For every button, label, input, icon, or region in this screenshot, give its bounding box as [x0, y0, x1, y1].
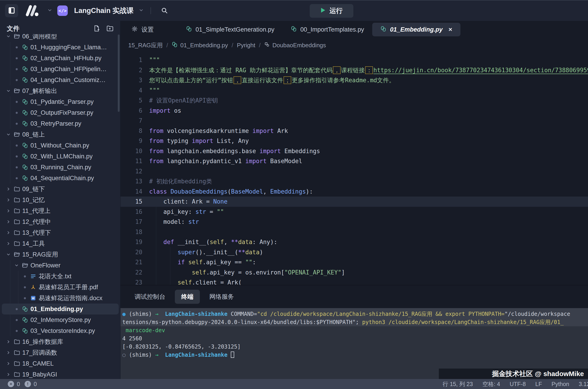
code-line-7[interactable]: 7	[121, 116, 588, 126]
tree-item-label: 花语大全.txt	[39, 272, 71, 280]
tree-folder-14_工具[interactable]: 14_工具	[2, 238, 119, 249]
code-text: def __init__(self, **data: Any):	[149, 239, 277, 245]
tree-file-02_OutputFixParser.py[interactable]: 02_OutputFixParser.py	[2, 107, 119, 118]
run-button[interactable]: 运行	[310, 4, 353, 18]
new-folder-button[interactable]	[106, 25, 113, 33]
code-text: 您可以点击最上方的“运行”按钮，直接运行该文件；更多操作指引请参考Readme.…	[149, 77, 395, 84]
code-line-1[interactable]: 1"""	[121, 55, 588, 65]
chevron-right-icon	[6, 361, 11, 366]
tree-folder-13_代理下[interactable]: 13_代理下	[2, 227, 119, 238]
code-line-23[interactable]: 23 self.client = Ark(	[121, 277, 588, 285]
code-line-4[interactable]: 4"""	[121, 85, 588, 96]
warning-count[interactable]: 0	[34, 381, 37, 388]
tree-file-易速鲜花员工手册.pdf[interactable]: 易速鲜花员工手册.pdf	[2, 282, 119, 293]
code-line-10[interactable]: 10from langchain.embeddings.base import …	[121, 146, 588, 156]
tree-folder-12_代理中[interactable]: 12_代理中	[2, 216, 119, 227]
tree-indent-guide	[10, 173, 10, 184]
tree-file-03_LangChain_HFPipeline.py[interactable]: 03_LangChain_HFPipeline.py	[2, 64, 119, 74]
error-count[interactable]: 0	[17, 381, 20, 388]
tab-设置[interactable]: 设置	[127, 23, 158, 36]
tree-file-03_VectorstoreIndex.py[interactable]: 03_VectorstoreIndex.py	[2, 325, 119, 336]
code-text: # 设置OpenAI的API密钥	[149, 97, 218, 104]
panel-tab-终端[interactable]: 终端	[175, 290, 200, 304]
code-line-14[interactable]: 14class DoubaoEmbeddings(BaseModel, Embe…	[121, 187, 588, 197]
code-line-17[interactable]: 17 model: str	[121, 217, 588, 227]
warning-circle-icon[interactable]: !	[25, 381, 31, 387]
tab-01_SimpleTextGeneration.py[interactable]: 01_SimpleTextGeneration.py	[178, 23, 283, 36]
code-line-11[interactable]: 11from langchain.pydantic_v1 import Base…	[121, 156, 588, 166]
tree-folder-18_CAMEL[interactable]: 18_CAMEL	[2, 358, 119, 369]
code-line-22[interactable]: 22 self.api_key = os.environ["OPENAI_API…	[121, 267, 588, 278]
tab-01_Embedding.py[interactable]: 01_Embedding.py×	[372, 23, 460, 36]
sidebar-scrollbar[interactable]	[118, 34, 120, 112]
statusbar-item[interactable]: UTF-8	[510, 381, 526, 388]
tree-file-01_HugggingFace_Llama.py[interactable]: 01_HugggingFace_Llama.py	[2, 42, 119, 53]
code-line-13[interactable]: 13# 初始化Embedding类	[121, 176, 588, 187]
py-file-icon	[22, 328, 28, 334]
marscode-logo[interactable]	[23, 4, 42, 18]
tree-file-花语大全.txt[interactable]: 花语大全.txt	[2, 271, 119, 282]
breadcrumb-item-DoubaoEmbeddings[interactable]: DoubaoEmbeddings	[264, 42, 326, 49]
code-line-15[interactable]: 15 client: Ark = None	[121, 196, 588, 207]
tree-file-02_InMemoryStore.py[interactable]: 02_InMemoryStore.py	[2, 315, 119, 325]
chevron-down-icon[interactable]	[47, 8, 52, 14]
statusbar-item[interactable]: LF	[535, 381, 542, 388]
breadcrumb-label: DoubaoEmbeddings	[272, 42, 326, 49]
code-line-21[interactable]: 21 if self.api_key == "":	[121, 257, 588, 267]
python-file-icon	[172, 42, 177, 49]
tree-file-04_LangChain_CustomizeM...[interactable]: 04_LangChain_CustomizeM...	[2, 74, 119, 85]
sidebar-toggle-button[interactable]	[5, 4, 18, 17]
tree-file-02_LangChain_HFHub.py[interactable]: 02_LangChain_HFHub.py	[2, 53, 119, 64]
search-button[interactable]	[158, 4, 171, 17]
statusbar-item[interactable]: 空格: 4	[483, 380, 500, 388]
breadcrumb-item-15_RAG应用[interactable]: 15_RAG应用	[128, 41, 163, 49]
tree-file-易速鲜花运营指南.docx[interactable]: W易速鲜花运营指南.docx	[2, 293, 119, 304]
code-editor[interactable]: 1"""2本文件是【检索增强生成：通过 RAG 助力鲜花运营】章节的配套代码，课…	[121, 53, 588, 285]
terminal-line: [-0.8203125, -0.84765625, -3.203125]	[122, 343, 588, 351]
tree-folder-07_解析输出[interactable]: 07_解析输出	[2, 85, 119, 96]
folder-icon	[22, 262, 28, 269]
tab-00_ImportTemplates.py[interactable]: 00_ImportTemplates.py	[283, 23, 373, 36]
tree-folder-17_回调函数[interactable]: 17_回调函数	[2, 347, 119, 358]
tree-folder-16_操作数据库[interactable]: 16_操作数据库	[2, 336, 119, 347]
code-line-3[interactable]: 3您可以点击最上方的“运行”按钮，直接运行该文件；更多操作指引请参考Readme…	[121, 75, 588, 85]
code-line-6[interactable]: 6import os	[121, 106, 588, 116]
error-circle-icon[interactable]: ×	[8, 381, 14, 387]
chevron-right-icon	[6, 187, 11, 192]
code-line-18[interactable]: 18	[121, 227, 588, 237]
breadcrumb-item-01_Embedding.py[interactable]: 01_Embedding.py	[172, 42, 228, 49]
tree-file-01_Pydantic_Parser.py[interactable]: 01_Pydantic_Parser.py	[2, 96, 119, 107]
tree-folder-15_RAG应用[interactable]: 15_RAG应用	[2, 249, 119, 260]
panel-tab-调试控制台[interactable]: 调试控制台	[128, 290, 172, 304]
code-line-20[interactable]: 20 super().__init__(**data)	[121, 247, 588, 258]
chevron-down-icon[interactable]	[139, 8, 144, 14]
code-line-5[interactable]: 5# 设置OpenAI的API密钥	[121, 96, 588, 106]
tree-file-04_SequentialChain.py[interactable]: 04_SequentialChain.py	[2, 173, 119, 184]
tree-file-03_Running_Chain.py[interactable]: 03_Running_Chain.py	[2, 162, 119, 173]
tree-folder-19_BabyAGI[interactable]: 19_BabyAGI	[2, 369, 119, 379]
code-line-19[interactable]: 19 def __init__(self, **data: Any):	[121, 237, 588, 247]
code-line-12[interactable]: 12	[121, 166, 588, 177]
tree-folder-10_记忆[interactable]: 10_记忆	[2, 194, 119, 205]
tree-folder-06_调用模型[interactable]: 06_调用模型	[2, 34, 119, 42]
new-file-button[interactable]	[93, 25, 100, 33]
tree-file-03_RetryParser.py[interactable]: 03_RetryParser.py	[2, 118, 119, 129]
code-line-2[interactable]: 2本文件是【检索增强生成：通过 RAG 助力鲜花运营】章节的配套代码，课程链接：…	[121, 65, 588, 75]
code-line-9[interactable]: 9from typing import List, Any	[121, 136, 588, 146]
tree-folder-08_链上[interactable]: 08_链上	[2, 129, 119, 140]
panel-tab-网络服务[interactable]: 网络服务	[203, 290, 240, 304]
tree-file-02_With_LLMChain.py[interactable]: 02_With_LLMChain.py	[2, 151, 119, 162]
tree-folder-11_代理上[interactable]: 11_代理上	[2, 205, 119, 216]
tree-folder-09_链下[interactable]: 09_链下	[2, 184, 119, 194]
code-line-8[interactable]: 8from volcenginesdkarkruntime import Ark	[121, 126, 588, 136]
statusbar-item[interactable]: 行 15, 列 23	[443, 380, 473, 388]
tree-file-01_Without_Chain.py[interactable]: 01_Without_Chain.py	[2, 140, 119, 151]
tree-folder-OneFlower[interactable]: OneFlower	[2, 260, 119, 271]
breadcrumb-item-Pyright[interactable]: Pyright	[237, 42, 255, 49]
statusbar-item[interactable]: Python	[552, 381, 569, 388]
close-icon[interactable]: ×	[449, 26, 452, 33]
code-line-16[interactable]: 16 api_key: str = ""	[121, 207, 588, 217]
tree-file-01_Embedding.py[interactable]: 01_Embedding.py	[2, 304, 119, 315]
statusbar-item[interactable]: 3.12	[579, 381, 588, 388]
project-name[interactable]: LangChain 实战课	[74, 6, 134, 15]
